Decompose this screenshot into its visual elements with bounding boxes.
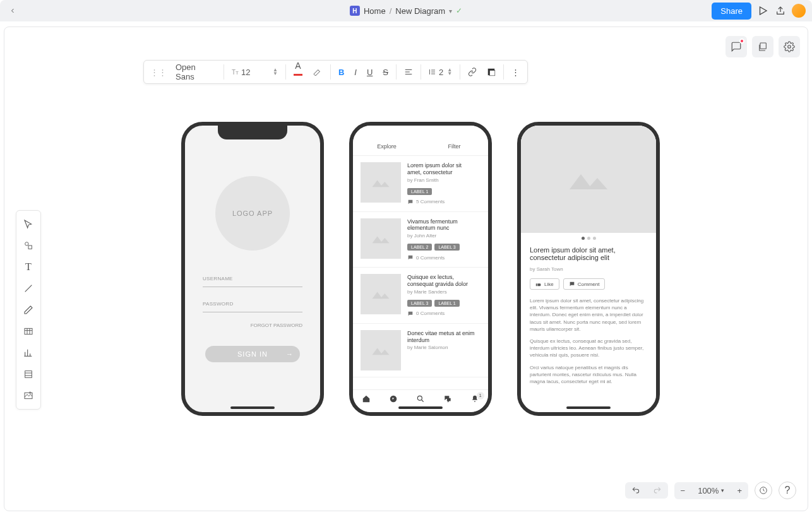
text-toolbar[interactable]: ⋮⋮ Open Sans TT 12 ▲▼ A B I U S 2 ▲▼ bbox=[143, 60, 528, 84]
play-icon[interactable] bbox=[756, 4, 769, 17]
breadcrumb: H Home / New Diagram ▾ ✓ bbox=[350, 6, 462, 16]
like-button[interactable]: Like bbox=[530, 278, 559, 290]
breadcrumb-doc[interactable]: New Diagram bbox=[395, 6, 445, 16]
highlight-button[interactable] bbox=[307, 61, 328, 83]
nav-chat-icon[interactable] bbox=[443, 394, 452, 403]
fill-button[interactable] bbox=[482, 61, 501, 83]
nav-search-icon[interactable] bbox=[416, 394, 425, 403]
svg-marker-41 bbox=[570, 174, 592, 189]
signin-label: SIGN IN bbox=[237, 350, 268, 358]
font-size-stepper[interactable]: TT 12 ▲▼ bbox=[227, 61, 283, 83]
svg-marker-42 bbox=[587, 178, 607, 189]
undo-button[interactable] bbox=[625, 482, 647, 499]
underline-button[interactable]: U bbox=[362, 61, 378, 83]
settings-button[interactable] bbox=[779, 36, 800, 57]
signin-button[interactable]: SIGN IN → bbox=[205, 346, 300, 362]
line-height-value[interactable]: 2 bbox=[439, 68, 443, 77]
svg-rect-10 bbox=[490, 71, 495, 76]
help-button[interactable]: ? bbox=[779, 482, 796, 499]
tab-explore[interactable]: Explore bbox=[353, 137, 421, 155]
feed-tag: LABEL 2 bbox=[407, 244, 432, 251]
redo-button[interactable] bbox=[647, 482, 668, 499]
tool-palette: T bbox=[16, 210, 41, 410]
home-indicator bbox=[230, 406, 275, 409]
svg-line-39 bbox=[422, 400, 424, 401]
feed-author: by Fran Smith bbox=[407, 177, 481, 183]
detail-paragraph: Quisque ex lectus, consequat ac gravida … bbox=[530, 338, 647, 359]
nav-home-icon[interactable] bbox=[362, 394, 371, 403]
feed-item[interactable]: Lorem ipsum dolor sit amet, consecteturb… bbox=[353, 156, 488, 212]
like-label: Like bbox=[544, 281, 554, 287]
chevron-down-icon[interactable]: ▾ bbox=[449, 8, 452, 15]
zoom-out-button[interactable]: − bbox=[674, 482, 692, 499]
image-tool[interactable] bbox=[19, 386, 38, 405]
history-button[interactable] bbox=[755, 482, 772, 499]
feed-title: Quisque ex lectus, consequat gravida dol… bbox=[407, 274, 477, 288]
mockup-detail[interactable]: Lorem ipsum dolor sit amet, consectetur … bbox=[517, 122, 660, 416]
tab-filter[interactable]: Filter bbox=[421, 137, 488, 155]
share-button[interactable]: Share bbox=[712, 3, 751, 20]
zoom-level[interactable]: 100% ▾ bbox=[691, 482, 731, 499]
drag-handle-icon[interactable]: ⋮⋮ bbox=[146, 61, 170, 83]
user-avatar[interactable] bbox=[792, 4, 806, 18]
feed-item[interactable]: Vivamus fermentum elementum nuncby John … bbox=[353, 212, 488, 268]
feed-list: Lorem ipsum dolor sit amet, consecteturb… bbox=[353, 156, 488, 389]
pencil-tool[interactable] bbox=[19, 300, 38, 319]
feed-item[interactable]: Donec vitae metus at enim interdumby Mar… bbox=[353, 324, 488, 377]
svg-rect-12 bbox=[28, 246, 32, 249]
comments-button[interactable] bbox=[725, 36, 747, 57]
home-indicator bbox=[398, 406, 443, 409]
font-size-value[interactable]: 12 bbox=[241, 68, 269, 77]
comment-button[interactable]: Comment bbox=[563, 278, 606, 290]
line-tool[interactable] bbox=[19, 279, 38, 298]
align-button[interactable] bbox=[399, 61, 418, 83]
text-color-button[interactable]: A bbox=[289, 61, 307, 83]
shapes-tool[interactable] bbox=[19, 236, 38, 255]
thumbnail-placeholder bbox=[361, 330, 401, 370]
canvas[interactable]: ⋮⋮ Open Sans TT 12 ▲▼ A B I U S 2 ▲▼ bbox=[4, 27, 808, 511]
frame-tool[interactable] bbox=[19, 365, 38, 384]
back-button[interactable] bbox=[6, 4, 19, 17]
mockup-feed[interactable]: Explore Filter Lorem ipsum dolor sit ame… bbox=[349, 122, 492, 416]
bold-button[interactable]: B bbox=[333, 61, 349, 83]
feed-item[interactable]: Quisque ex lectus, consequat gravida dol… bbox=[353, 268, 488, 324]
feed-comments: 5 Comments bbox=[407, 199, 481, 205]
cursor-tool[interactable] bbox=[19, 215, 38, 234]
app-logo-icon: H bbox=[350, 6, 360, 16]
table-tool[interactable] bbox=[19, 322, 38, 341]
strikethrough-button[interactable]: S bbox=[378, 61, 393, 83]
more-icon[interactable]: ⋮ bbox=[506, 61, 525, 83]
feed-title: Lorem ipsum dolor sit amet, consectetur bbox=[407, 162, 477, 176]
app-topbar: H Home / New Diagram ▾ ✓ Share bbox=[0, 0, 812, 21]
line-height-stepper[interactable]: 2 ▲▼ bbox=[424, 61, 457, 83]
italic-button[interactable]: I bbox=[349, 61, 362, 83]
thumbnail-placeholder bbox=[361, 218, 401, 259]
feed-author: by John Alter bbox=[407, 233, 481, 239]
svg-marker-32 bbox=[373, 292, 383, 299]
svg-point-38 bbox=[417, 396, 422, 400]
feed-tag: LABEL 3 bbox=[434, 244, 459, 251]
svg-marker-33 bbox=[380, 293, 389, 299]
arrow-right-icon: → bbox=[286, 350, 294, 358]
nav-bell-icon[interactable]: 1 bbox=[470, 394, 479, 403]
zoom-in-button[interactable]: + bbox=[731, 482, 748, 499]
svg-rect-22 bbox=[25, 371, 32, 378]
svg-marker-0 bbox=[760, 7, 767, 15]
mockup-login[interactable]: LOGO APP USERNAME PASSWORD FORGOT PASSWO… bbox=[181, 122, 324, 416]
link-button[interactable] bbox=[463, 61, 482, 83]
text-tool[interactable]: T bbox=[19, 258, 38, 276]
font-family-select[interactable]: Open Sans bbox=[170, 61, 221, 83]
forgot-password-link[interactable]: FORGOT PASSWORD bbox=[251, 323, 302, 328]
breadcrumb-separator: / bbox=[390, 6, 392, 16]
detail-paragraph: Lorem ipsum dolor sit amet, consectetur … bbox=[530, 297, 647, 333]
svg-rect-14 bbox=[25, 328, 32, 334]
pages-button[interactable] bbox=[752, 36, 773, 57]
home-indicator bbox=[566, 406, 611, 409]
password-label: PASSWORD bbox=[203, 301, 302, 307]
export-icon[interactable] bbox=[774, 4, 787, 17]
breadcrumb-home[interactable]: Home bbox=[364, 6, 386, 16]
thumbnail-placeholder bbox=[361, 162, 401, 203]
chart-tool[interactable] bbox=[19, 343, 38, 362]
nav-explore-icon[interactable] bbox=[389, 394, 398, 403]
svg-line-13 bbox=[25, 285, 32, 292]
